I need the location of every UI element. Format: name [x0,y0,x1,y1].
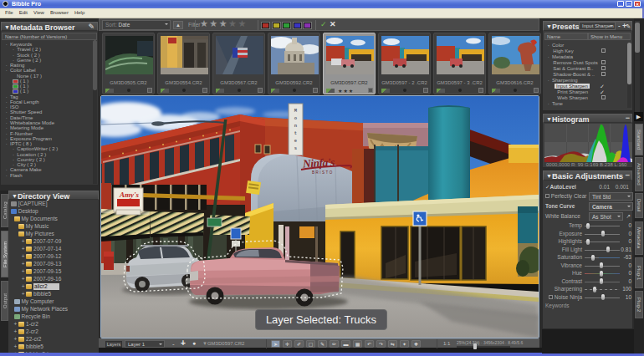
svg-text:t: t [294,130,297,136]
svg-text:Amy's: Amy's [119,191,139,199]
svg-text:s: s [294,145,297,151]
svg-text:n: n [294,123,297,129]
svg-text:BRISTO: BRISTO [312,170,334,175]
